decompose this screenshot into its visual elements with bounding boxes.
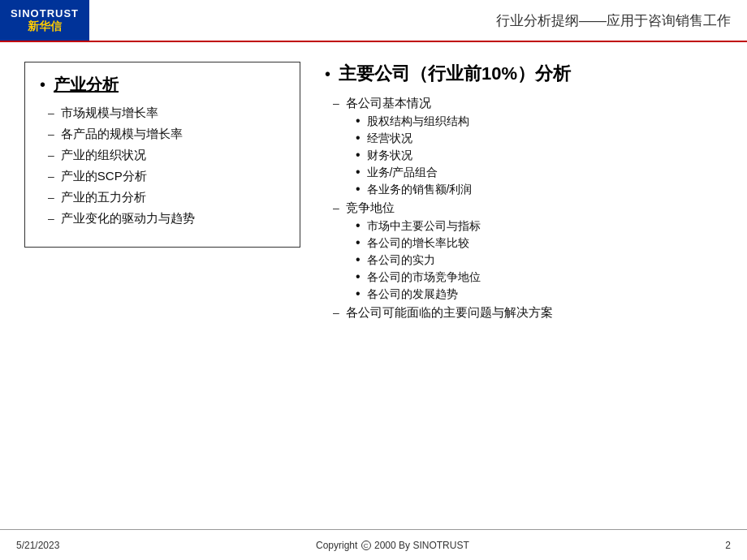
dash-icon: – (333, 201, 339, 214)
footer-date: 5/21/2023 (16, 540, 59, 551)
logo-bottom: 新华信 (28, 19, 62, 34)
left-items-list: – 市场规模与增长率 – 各产品的规模与增长率 – 产业的组织状况 – 产业的S… (40, 106, 285, 226)
right-items-list: – 各公司基本情况 • 股权结构与组织结构 • 经营状况 • 财务状况 (325, 96, 723, 321)
main-content: • 产业分析 – 市场规模与增长率 – 各产品的规模与增长率 – 产业的组织状况… (0, 42, 747, 529)
bullet-icon: • (356, 166, 361, 179)
footer: 5/21/2023 Copyright C 2000 By SINOTRUST … (0, 529, 747, 560)
right-group-1-items: • 股权结构与组织结构 • 经营状况 • 财务状况 • 业务/产品组合 (333, 114, 723, 197)
bullet-icon: • (356, 236, 361, 249)
left-item-3: 产业的组织状况 (61, 148, 146, 163)
list-item: – 各公司可能面临的主要问题与解决方案 (333, 305, 723, 321)
dash-icon: – (333, 306, 339, 319)
bullet-icon: • (356, 270, 361, 283)
list-item: – 各产品的规模与增长率 (48, 127, 285, 142)
right-section-title: 主要公司（行业前10%）分析 (339, 62, 571, 86)
left-item-4: 产业的SCP分析 (61, 169, 147, 184)
right-column: • 主要公司（行业前10%）分析 – 各公司基本情况 • 股权结构与组织结构 •… (325, 62, 723, 513)
right-group-1-label: – 各公司基本情况 (333, 96, 723, 111)
list-item: • 各公司的实力 (356, 253, 723, 268)
left-column-inner: • 产业分析 – 市场规模与增长率 – 各产品的规模与增长率 – 产业的组织状况… (24, 62, 300, 248)
list-item: – 市场规模与增长率 (48, 106, 285, 121)
left-item-5: 产业的五力分析 (61, 190, 146, 205)
left-bullet-dot: • (40, 76, 45, 93)
bullet-icon: • (356, 183, 361, 196)
header-title-area: 行业分析提纲——应用于咨询销售工作 (89, 0, 747, 41)
list-item: • 各业务的销售额/利润 (356, 183, 723, 197)
list-item: – 产业的SCP分析 (48, 169, 285, 184)
bullet-icon: • (356, 149, 361, 162)
left-item-6: 产业变化的驱动力与趋势 (61, 211, 195, 226)
copyright-rest: 2000 By SINOTRUST (374, 540, 469, 551)
list-item: – 产业的五力分析 (48, 190, 285, 205)
left-item-1: 市场规模与增长率 (61, 106, 158, 121)
dash-icon: – (48, 191, 54, 204)
list-item: • 市场中主要公司与指标 (356, 219, 723, 234)
right-group-2-items: • 市场中主要公司与指标 • 各公司的增长率比较 • 各公司的实力 • 各公司的… (333, 219, 723, 302)
list-item: – 产业的组织状况 (48, 148, 285, 163)
footer-page: 2 (725, 540, 731, 551)
dash-icon: – (333, 97, 339, 110)
list-item: – 各公司基本情况 • 股权结构与组织结构 • 经营状况 • 财务状况 (333, 96, 723, 197)
logo-top: SINOTRUST (11, 7, 79, 19)
bullet-icon: • (356, 287, 361, 300)
dash-icon: – (48, 212, 54, 225)
header-title: 行业分析提纲——应用于咨询销售工作 (496, 11, 731, 30)
list-item: • 股权结构与组织结构 (356, 114, 723, 129)
logo-box: SINOTRUST 新华信 (0, 0, 89, 41)
list-item: • 经营状况 (356, 131, 723, 146)
dash-icon: – (48, 127, 54, 140)
right-group-3-label: – 各公司可能面临的主要问题与解决方案 (333, 305, 723, 321)
list-item: • 各公司的发展趋势 (356, 287, 723, 302)
right-section-header: • 主要公司（行业前10%）分析 (325, 62, 723, 86)
copyright-symbol: C (361, 541, 371, 550)
copyright-text: Copyright (316, 540, 357, 551)
dash-icon: – (48, 149, 54, 162)
dash-icon: – (48, 170, 54, 183)
left-item-2: 各产品的规模与增长率 (61, 127, 183, 142)
list-item: – 竞争地位 • 市场中主要公司与指标 • 各公司的增长率比较 • 各公司的实力 (333, 200, 723, 302)
bullet-icon: • (356, 253, 361, 266)
list-item: • 各公司的市场竞争地位 (356, 270, 723, 285)
list-item: – 产业变化的驱动力与趋势 (48, 211, 285, 226)
bullet-icon: • (356, 114, 361, 127)
left-section-title: 产业分析 (54, 74, 119, 96)
dash-icon: – (48, 106, 54, 119)
list-item: • 财务状况 (356, 149, 723, 163)
bullet-icon: • (356, 131, 361, 144)
header: SINOTRUST 新华信 行业分析提纲——应用于咨询销售工作 (0, 0, 747, 42)
right-bullet-dot: • (325, 66, 330, 82)
right-group-2-label: – 竞争地位 (333, 200, 723, 216)
footer-copyright: Copyright C 2000 By SINOTRUST (316, 540, 469, 551)
left-section-header: • 产业分析 (40, 74, 285, 96)
bullet-icon: • (356, 219, 361, 232)
left-column: • 产业分析 – 市场规模与增长率 – 各产品的规模与增长率 – 产业的组织状况… (24, 62, 300, 513)
list-item: • 业务/产品组合 (356, 166, 723, 180)
list-item: • 各公司的增长率比较 (356, 236, 723, 251)
